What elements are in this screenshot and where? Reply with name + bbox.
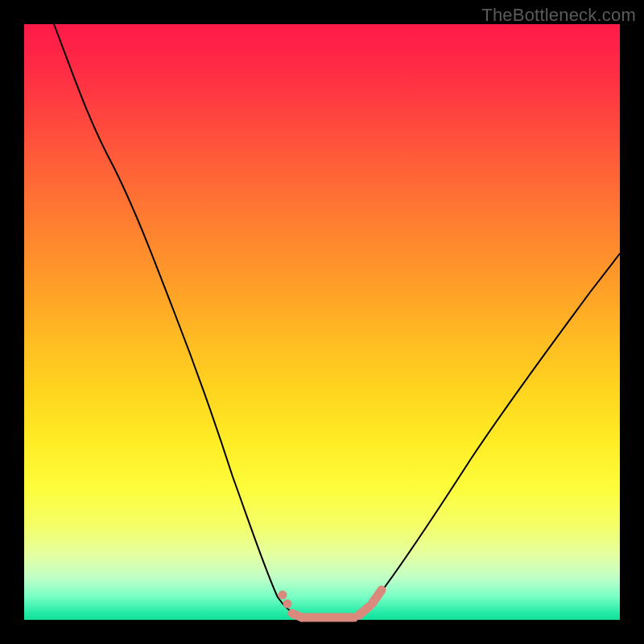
svg-point-1 — [283, 600, 292, 609]
bottleneck-curve — [54, 24, 620, 617]
svg-point-0 — [279, 591, 287, 600]
plot-area — [24, 24, 620, 620]
curve-layer — [24, 24, 620, 620]
optimal-highlight — [279, 590, 382, 620]
chart-frame: TheBottleneck.com — [0, 0, 644, 644]
watermark-text: TheBottleneck.com — [481, 5, 636, 26]
